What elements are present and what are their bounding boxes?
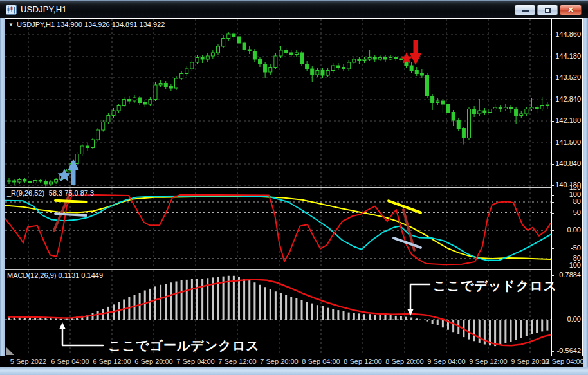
time-label: 12 Sep 04:00 bbox=[536, 358, 588, 365]
price-axis[interactable]: 144.860144.180143.520142.840142.180141.5… bbox=[551, 18, 583, 356]
window-border-bottom bbox=[0, 367, 588, 375]
candles bbox=[8, 32, 549, 187]
restore-button[interactable] bbox=[537, 5, 558, 15]
golden-cross-label: ここでゴールデンクロス bbox=[108, 337, 260, 354]
axis-label: 50 bbox=[573, 208, 581, 216]
dead-cross-arrow bbox=[407, 284, 430, 316]
axis-label: 0.00 bbox=[567, 226, 581, 233]
axis-tick bbox=[551, 143, 554, 143]
close-icon: ✕ bbox=[560, 6, 581, 14]
axis-tick bbox=[551, 259, 554, 259]
close-button[interactable]: ✕ bbox=[560, 5, 582, 15]
axis-tick bbox=[551, 188, 554, 188]
axis-label: -50 bbox=[571, 244, 581, 252]
mt4-window: USDJPY,H1 ✕ ▼USDJPY,H1 134.900 134.926 1… bbox=[0, 0, 588, 375]
axis-label: 144.860 bbox=[555, 30, 581, 38]
price-chart-panel[interactable] bbox=[5, 19, 551, 187]
osc-line-mid bbox=[5, 196, 551, 261]
axis-tick bbox=[551, 195, 554, 196]
restore-icon bbox=[545, 8, 551, 13]
axis-label: 142.180 bbox=[555, 116, 581, 124]
grid bbox=[5, 188, 551, 269]
chart-ohlc-header: ▼USDJPY,H1 134.900 134.926 134.891 134.9… bbox=[8, 21, 165, 28]
golden-cross-arrow bbox=[59, 322, 103, 345]
minimize-icon bbox=[522, 10, 529, 12]
titlebar: USDJPY,H1 ✕ bbox=[0, 0, 588, 18]
axis-tick bbox=[551, 100, 554, 100]
axis-label: 144.180 bbox=[555, 52, 581, 60]
axis-tick bbox=[551, 185, 554, 186]
axis-label: 80 bbox=[573, 197, 581, 205]
axis-tick bbox=[551, 266, 554, 266]
dead-cross-label: ここでデッドクロス bbox=[433, 277, 557, 295]
axis-label: 0.7884 bbox=[559, 271, 581, 279]
axis-label: 141.500 bbox=[555, 138, 581, 146]
axis-tick bbox=[551, 121, 554, 122]
axis-label: -100 bbox=[567, 261, 581, 269]
time-axis[interactable]: 5 Sep 20226 Sep 04:006 Sep 12:006 Sep 20… bbox=[0, 356, 583, 367]
window-border-left bbox=[0, 18, 5, 375]
axis-label: 142.840 bbox=[555, 95, 581, 103]
axis-tick bbox=[551, 230, 554, 231]
macd-header: MACD(12,26,9) 0.1131 0.1449 bbox=[7, 271, 103, 279]
sell-arrow bbox=[400, 40, 421, 65]
axis-tick bbox=[551, 275, 554, 276]
resize-grip bbox=[6, 347, 14, 355]
axis-label: -0.5642 bbox=[557, 347, 581, 354]
axis-tick bbox=[551, 213, 554, 214]
chart-icon bbox=[6, 5, 17, 15]
axis-label: 143.520 bbox=[555, 73, 581, 81]
axis-tick bbox=[551, 57, 554, 57]
axis-tick bbox=[551, 351, 554, 352]
axis-tick bbox=[551, 78, 554, 78]
axis-tick bbox=[551, 202, 554, 203]
oscillator-header: _R(9,26,52) -58.3 75.0 87.3 bbox=[7, 189, 94, 197]
minimize-button[interactable] bbox=[515, 5, 535, 15]
axis-tick bbox=[551, 248, 554, 249]
osc-line-slow bbox=[5, 197, 551, 259]
chevron-down-icon: ▼ bbox=[8, 22, 14, 28]
window-controls: ✕ bbox=[515, 5, 582, 15]
axis-label: 140.840 bbox=[555, 160, 581, 167]
axis-label: 0.00 bbox=[567, 315, 581, 323]
axis-tick bbox=[551, 320, 554, 320]
ohlc-text: USDJPY,H1 134.900 134.926 134.891 134.92… bbox=[17, 21, 165, 28]
window-title: USDJPY,H1 bbox=[21, 5, 67, 14]
oscillator-panel[interactable] bbox=[5, 188, 551, 269]
window-border-right bbox=[583, 18, 588, 375]
axis-tick bbox=[551, 35, 554, 35]
axis-tick bbox=[551, 164, 554, 165]
grid bbox=[5, 19, 551, 187]
